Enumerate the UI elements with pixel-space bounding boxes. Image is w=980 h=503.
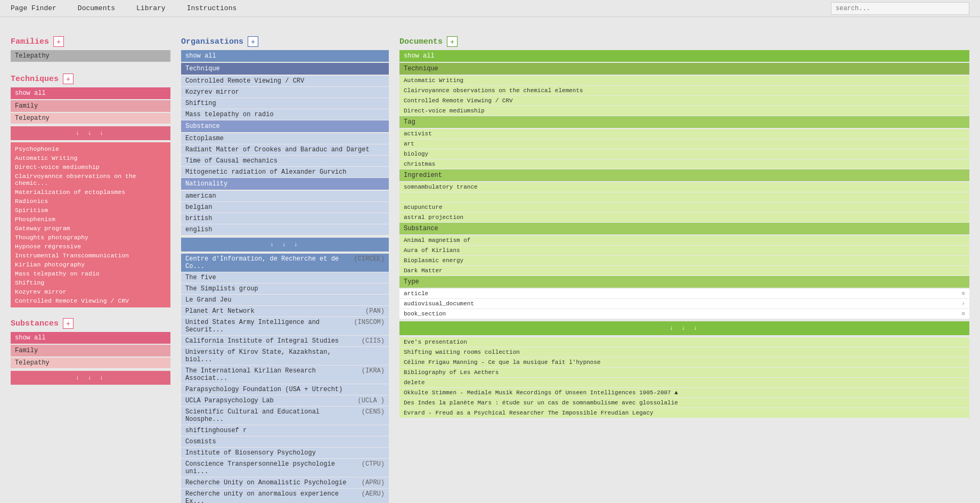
documents-show-all[interactable]: show all [399,50,969,62]
nav-documents[interactable]: Documents [78,4,115,12]
doc-tag-item[interactable]: biology [399,149,969,159]
doc-substance-item[interactable]: Animal magnetism of [399,236,969,245]
list-item[interactable]: Instrumental Transcommunication [11,251,170,260]
doc-technique-item[interactable]: Direct-voice mediumship [399,106,969,116]
org-substance-item[interactable]: Mitogenetic radiation of Alexander Gurvi… [181,167,389,177]
doc-final-item[interactable]: Bibliography of Les Aethers [399,368,969,377]
organisations-arrows-button[interactable]: ↓ ↓ ↓ [181,238,389,251]
substances-arrows-button[interactable]: ↓ ↓ ↓ [11,371,170,385]
org-nationality-item[interactable]: british [181,213,389,224]
list-item[interactable]: Materialization of ectoplasmes [11,188,170,197]
org-substance-item[interactable]: Radiant Matter of Crookes and Baraduc an… [181,144,389,155]
list-item[interactable]: Psychophonie [11,144,170,153]
org-technique-item[interactable]: Shifting [181,98,389,109]
doc-type-item[interactable]: article [399,289,969,298]
doc-technique-item[interactable]: Clairvoyannce observations on the chemic… [399,86,969,95]
list-item[interactable]: Direct-voice mediumship [11,163,170,172]
org-item[interactable]: UCLA Parapsychology Lab(UCLA ) [181,395,389,406]
doc-substance-item[interactable]: Dark Matter [399,266,969,275]
org-nationality-item[interactable]: belgian [181,202,389,213]
list-item[interactable]: Controlled Remote Viewing / CRV [11,296,170,305]
organisations-nationality-header: Nationality [181,178,389,190]
org-item[interactable]: California Institute of Integral Studies… [181,336,389,346]
substances-show-all[interactable]: show all [11,332,170,344]
org-substance-item[interactable]: Ectoplasme [181,133,389,144]
techniques-show-all[interactable]: show all [11,87,170,99]
doc-type-item[interactable]: book_section [399,309,969,319]
families-add-button[interactable]: + [53,36,64,47]
org-substance-item[interactable]: Time of Causal mechanics [181,156,389,166]
org-item[interactable]: The International Kirlian Research Assoc… [181,366,389,384]
doc-final-item[interactable]: Céline Frigau Manning - Ce que la musiqu… [399,358,969,367]
org-item[interactable]: University of Kirov State, Kazakhstan, b… [181,347,389,365]
list-item[interactable]: Clairvoyannce observations on the chemic… [11,172,170,188]
org-technique-item[interactable]: Controlled Remote Viewing / CRV [181,76,389,86]
doc-type-item[interactable]: audiovisual_document [399,299,969,309]
org-item[interactable]: Recherche unity on anormalous experience… [181,489,389,503]
left-column: Families + Telepathy Techniques + show a… [11,28,170,503]
list-item[interactable]: Gateway program [11,224,170,233]
techniques-family-item[interactable]: Telepatny [11,113,170,124]
org-technique-item[interactable]: Kozyrev mirror [181,87,389,98]
list-item[interactable]: Hypnose régressive [11,242,170,251]
doc-final-item[interactable]: Eve's presentation [399,337,969,347]
nav-page-finder[interactable]: Page Finder [11,4,56,12]
doc-ingredient-item[interactable]: astral projection [399,213,969,222]
doc-final-item[interactable]: Shifting waiting rooms collection [399,347,969,357]
doc-technique-item[interactable]: Controlled Remote Viewing / CRV [399,96,969,106]
doc-ingredient-item[interactable]: acupuncture [399,202,969,212]
org-item[interactable]: Recherche Unity on Anomalistic Psycholog… [181,477,389,488]
family-tag-telepathy[interactable]: Telepathy [11,50,170,62]
substances-title: Substances [11,319,59,328]
list-item[interactable]: Shifting [11,278,170,287]
org-abbr [353,348,385,363]
org-item[interactable]: Parapsychology Foundation (USA + Utrecht… [181,384,389,395]
doc-tag-item[interactable]: activist [399,129,969,139]
doc-substance-item[interactable]: Bioplasmic energy [399,256,969,265]
org-item[interactable]: Scientific Cultural and Educational Noos… [181,407,389,425]
list-item[interactable]: Spiritism [11,206,170,215]
list-item[interactable]: Kirlian photography [11,260,170,269]
doc-final-item[interactable]: Okkulte Stimmen - Mediale Musik Recordin… [399,388,969,397]
org-item[interactable]: shiftinghousef r [181,425,389,436]
org-item[interactable]: Institute of Biosensory Psychology [181,448,389,458]
doc-substance-item[interactable]: Aura of Kirlians [399,246,969,255]
org-technique-item[interactable]: Mass telepathy on radio [181,109,389,120]
doc-tag-item[interactable]: christmas [399,159,969,169]
search-input[interactable] [831,2,969,15]
org-item[interactable]: The five [181,272,389,283]
org-nationality-item[interactable]: english [181,224,389,235]
techniques-arrows-button[interactable]: ↓ ↓ ↓ [11,126,170,140]
nav-library[interactable]: Library [136,4,166,12]
list-item[interactable]: Kozyrev mirror [11,287,170,296]
doc-technique-item[interactable]: Automatic Writing [399,76,969,85]
org-item[interactable]: United States Army Intelligence and Secu… [181,317,389,335]
doc-ingredient-item[interactable]: somnambulatory trance [399,182,969,192]
org-item[interactable]: Centre d'Information, de Recherche et de… [181,254,389,272]
list-item[interactable]: Mass telepathy on radio [11,269,170,278]
organisations-add-button[interactable]: + [248,36,258,47]
list-item[interactable]: Phosphenism [11,215,170,224]
list-item[interactable]: Automatic Writing [11,153,170,163]
doc-tag-item[interactable]: art [399,139,969,149]
organisations-show-all[interactable]: show all [181,50,389,62]
org-item[interactable]: Conscience Transpersonnelle psychologie … [181,459,389,477]
documents-arrows-button[interactable]: ↓ ↓ ↓ [399,321,969,335]
doc-final-item[interactable]: Des Indes la planète Mars : étude sur un… [399,398,969,408]
substances-add-button[interactable]: + [63,318,74,329]
org-item[interactable]: The Simplists group [181,283,389,294]
techniques-add-button[interactable]: + [63,74,74,84]
doc-final-item[interactable]: delete [399,378,969,387]
documents-add-button[interactable]: + [447,36,458,47]
list-item[interactable]: Radionics [11,197,170,206]
list-item[interactable]: Thoughts photography [11,233,170,242]
doc-ingredient-item[interactable] [399,192,969,202]
substances-family-item[interactable]: Telepathy [11,358,170,368]
doc-final-item[interactable]: Evrard - Freud as a Psychical Researcher… [399,408,969,418]
org-name: Scientific Cultural and Educational Noos… [185,408,348,423]
org-item[interactable]: Cosmists [181,436,389,447]
org-nationality-item[interactable]: american [181,191,389,201]
org-item[interactable]: Le Grand Jeu [181,295,389,305]
org-item[interactable]: Planet Art Network(PAN) [181,306,389,317]
nav-instructions[interactable]: Instructions [187,4,237,12]
